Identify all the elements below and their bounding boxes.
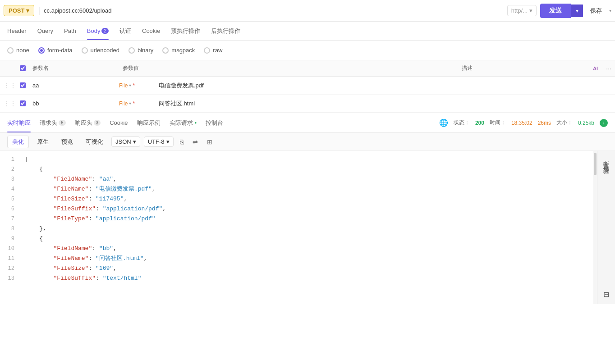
- row1-type[interactable]: File ▾ *: [119, 82, 155, 89]
- assert-label[interactable]: 断言与校验: [601, 156, 611, 165]
- radio-none[interactable]: none: [7, 47, 29, 54]
- row2-type-label: File: [119, 100, 128, 107]
- tab-query[interactable]: Query: [37, 22, 53, 40]
- radio-binary-circle: [129, 47, 135, 54]
- radio-raw[interactable]: raw: [204, 47, 222, 54]
- radio-msgpack-circle: [162, 47, 169, 54]
- row2-required: *: [133, 100, 135, 107]
- radio-none-circle: [7, 47, 14, 54]
- send-btn-group: 发送 ▾: [540, 4, 583, 18]
- row2-type[interactable]: File ▾ *: [119, 100, 155, 107]
- row1-type-arrow: ▾: [129, 83, 131, 88]
- table-row: ⋮⋮ bb File ▾ * 问答社区.html: [0, 95, 615, 113]
- row1-check-col: [16, 82, 29, 88]
- time-value: 18:35:02: [511, 120, 532, 126]
- resp-tab-req-header[interactable]: 请求头 8: [40, 113, 66, 132]
- radio-form-data[interactable]: form-data: [38, 47, 73, 54]
- scrollbar[interactable]: [593, 151, 597, 304]
- save-arrow[interactable]: ▾: [609, 8, 611, 13]
- encoding-arrow: ▾: [166, 138, 170, 145]
- copy-icon[interactable]: ⎘: [177, 136, 186, 147]
- row2-check-col: [16, 100, 29, 106]
- format-select[interactable]: JSON ▾: [111, 136, 140, 147]
- panel-grid-icon[interactable]: ⊟: [603, 290, 609, 299]
- params-header: 参数名 参数值 描述 AI ···: [0, 60, 615, 77]
- drag-handle[interactable]: ⋮⋮: [4, 100, 16, 107]
- code-content: [ { "FieldName": "aa", "FileName": "电信缴费…: [22, 155, 597, 300]
- radio-raw-circle: [204, 47, 210, 54]
- time-label: 时间：: [490, 119, 506, 127]
- resp-header-badge: 3: [94, 120, 101, 126]
- row1-required: *: [133, 82, 135, 89]
- response-section: 实时响应 请求头 8 响应头 3 Cookie 响应示例 实际请求 ● 控制台 …: [0, 113, 615, 304]
- encoding-select[interactable]: UTF-8 ▾: [144, 136, 174, 147]
- http-arrow: ▾: [529, 7, 532, 14]
- right-panel: 断言与校验 ⊟: [597, 151, 615, 304]
- resp-tab-realtime[interactable]: 实时响应: [7, 113, 31, 132]
- resp-tab-console[interactable]: 控制台: [206, 113, 223, 132]
- resp-tab-resp-header[interactable]: 响应头 3: [75, 113, 101, 132]
- radio-urlencoded[interactable]: urlencoded: [82, 47, 119, 54]
- resp-tab-cookie[interactable]: Cookie: [110, 113, 128, 132]
- header-check-col: [16, 65, 29, 71]
- size-value: 0.25kb: [578, 120, 594, 126]
- line-numbers: 1 2 3 4 5 6 7 8 9 10 11 12 13: [0, 155, 22, 300]
- save-button[interactable]: 保存: [587, 5, 606, 17]
- view-beautify[interactable]: 美化: [7, 136, 29, 148]
- row1-value: 电信缴费发票.pdf: [155, 82, 458, 90]
- header-more: ···: [598, 65, 611, 72]
- radio-urlencoded-circle: [82, 47, 88, 54]
- tab-auth[interactable]: 认证: [119, 22, 131, 40]
- url-divider: |: [38, 6, 40, 15]
- code-editor: 1 2 3 4 5 6 7 8 9 10 11 12 13 [ { "Field…: [0, 151, 597, 304]
- top-bar: POST ▾ | http/... ▾ 发送 ▾ 保存 ▾: [0, 0, 615, 22]
- header-param-name: 参数名: [29, 64, 119, 72]
- view-preview[interactable]: 预览: [57, 136, 78, 148]
- row2-type-arrow: ▾: [129, 101, 131, 106]
- select-all-checkbox[interactable]: [20, 65, 26, 71]
- scrollbar-thumb: [594, 153, 597, 175]
- row2-checkbox[interactable]: [20, 100, 26, 106]
- drag-handle[interactable]: ⋮⋮: [4, 82, 16, 89]
- resp-tab-actual-req[interactable]: 实际请求 ●: [170, 113, 197, 132]
- radio-binary[interactable]: binary: [129, 47, 153, 54]
- code-editor-wrapper: 1 2 3 4 5 6 7 8 9 10 11 12 13 [ { "Field…: [0, 151, 615, 304]
- row2-name: bb: [29, 100, 119, 107]
- tab-post-exec[interactable]: 后执行操作: [211, 22, 240, 40]
- tab-header[interactable]: Header: [7, 22, 27, 40]
- send-arrow-button[interactable]: ▾: [571, 5, 583, 17]
- table-row: ⋮⋮ aa File ▾ * 电信缴费发票.pdf: [0, 77, 615, 95]
- body-type-bar: none form-data urlencoded binary msgpack…: [0, 41, 615, 60]
- http-select[interactable]: http/... ▾: [507, 5, 537, 16]
- resp-tab-resp-example[interactable]: 响应示例: [137, 113, 161, 132]
- body-badge: 2: [101, 28, 109, 34]
- header-param-desc: 描述: [458, 64, 584, 72]
- url-input[interactable]: [44, 7, 504, 14]
- actual-req-dot: ●: [195, 121, 197, 125]
- row1-checkbox[interactable]: [20, 82, 26, 88]
- layout-icon[interactable]: ⊞: [204, 136, 215, 147]
- response-toolbar: 美化 原生 预览 可视化 JSON ▾ UTF-8 ▾ ⎘ ⇌ ⊞: [0, 133, 615, 151]
- tab-path[interactable]: Path: [64, 22, 76, 40]
- header-ai: AI: [584, 66, 598, 71]
- duration-label: 26ms: [538, 120, 551, 126]
- format-arrow: ▾: [133, 138, 136, 145]
- wrap-icon[interactable]: ⇌: [190, 136, 201, 147]
- view-raw[interactable]: 原生: [32, 136, 53, 148]
- encoding-label: UTF-8: [148, 138, 165, 145]
- send-button[interactable]: 发送: [540, 4, 571, 18]
- download-icon[interactable]: ↓: [600, 119, 608, 127]
- response-tab-bar: 实时响应 请求头 8 响应头 3 Cookie 响应示例 实际请求 ● 控制台 …: [0, 113, 615, 133]
- radio-msgpack[interactable]: msgpack: [162, 47, 195, 54]
- radio-form-data-circle: [38, 47, 45, 54]
- method-button[interactable]: POST ▾: [4, 5, 34, 16]
- tab-body[interactable]: Body 2: [87, 22, 109, 40]
- view-visual[interactable]: 可视化: [81, 136, 108, 148]
- format-label: JSON: [115, 138, 131, 145]
- resp-status-area: 🌐 状态： 200 时间： 18:35:02 26ms 大小： 0.25kb ↓: [439, 118, 608, 127]
- tab-cookie[interactable]: Cookie: [142, 22, 160, 40]
- tab-bar: Header Query Path Body 2 认证 Cookie 预执行操作…: [0, 22, 615, 41]
- row1-type-label: File: [119, 82, 128, 89]
- req-header-badge: 8: [59, 120, 66, 126]
- tab-pre-exec[interactable]: 预执行操作: [171, 22, 200, 40]
